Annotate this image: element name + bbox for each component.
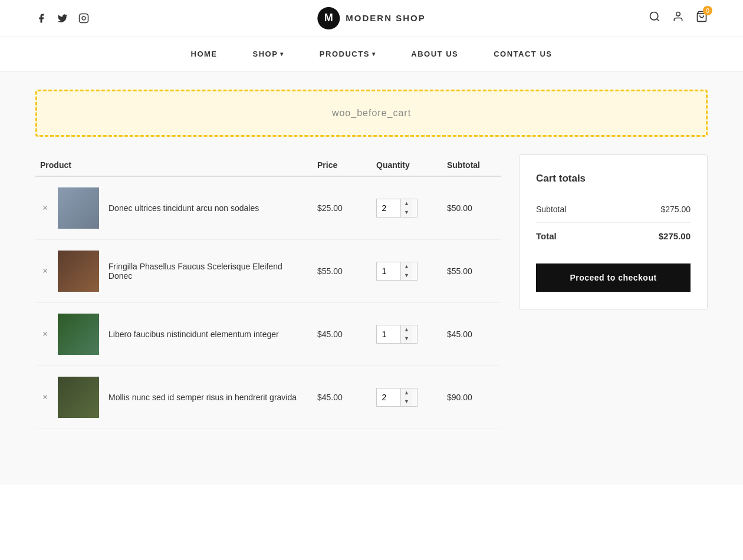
facebook-icon[interactable] — [35, 12, 47, 24]
logo-icon: M — [317, 7, 340, 29]
header: M MODERN SHOP 0 — [0, 0, 743, 37]
table-row: × Libero faucibus nistincidunt elementum… — [35, 303, 501, 366]
qty-down-button[interactable]: ▼ — [401, 208, 412, 217]
col-price: Price — [313, 154, 372, 176]
svg-line-3 — [657, 19, 659, 21]
table-row: × Mollis nunc sed id semper risus in hen… — [35, 366, 501, 429]
quantity-input[interactable] — [377, 200, 400, 216]
remove-item-button[interactable]: × — [40, 329, 50, 340]
product-name: Fringilla Phasellus Faucus Scelerisque E… — [109, 262, 308, 281]
table-row: × Fringilla Phasellus Faucus Scelerisque… — [35, 240, 501, 303]
svg-point-2 — [650, 12, 658, 20]
product-name: Donec ultrices tincidunt arcu non sodale… — [109, 203, 259, 213]
product-price: $55.00 — [313, 240, 372, 303]
search-icon[interactable] — [649, 11, 660, 25]
instagram-icon[interactable] — [78, 12, 90, 24]
remove-item-button[interactable]: × — [40, 392, 50, 403]
svg-point-4 — [676, 12, 680, 17]
product-price: $25.00 — [313, 176, 372, 240]
cart-sidebar: Cart totals Subtotal $275.00 Total $275.… — [519, 154, 708, 429]
navigation: HOME SHOP ▾ PRODUCTS ▾ ABOUT US CONTACT … — [0, 37, 743, 72]
account-icon[interactable] — [672, 11, 684, 25]
twitter-icon[interactable] — [57, 12, 68, 24]
qty-down-button[interactable]: ▼ — [401, 397, 412, 406]
total-label: Total — [536, 231, 557, 241]
qty-down-button[interactable]: ▼ — [401, 271, 412, 280]
product-image — [58, 314, 99, 355]
col-quantity: Quantity — [372, 154, 442, 176]
cart-table-section: Product Price Quantity Subtotal — [35, 154, 501, 429]
logo-text: MODERN SHOP — [346, 13, 425, 23]
qty-up-button[interactable]: ▲ — [401, 262, 412, 271]
quantity-input[interactable] — [377, 389, 400, 406]
product-image — [58, 377, 99, 418]
subtotal-label: Subtotal — [536, 205, 566, 214]
quantity-stepper: ▲ ▼ — [376, 388, 417, 407]
cart-icon[interactable]: 0 — [696, 11, 708, 25]
product-cell: Libero faucibus nistincidunt elementum i… — [58, 314, 308, 355]
product-image — [58, 251, 99, 292]
subtotal-value: $275.00 — [660, 205, 691, 214]
product-cell: Fringilla Phasellus Faucus Scelerisque E… — [58, 251, 308, 292]
chevron-down-icon: ▾ — [280, 51, 284, 57]
nav-shop[interactable]: SHOP ▾ — [253, 50, 284, 58]
remove-item-button[interactable]: × — [40, 203, 50, 213]
cart-totals-title: Cart totals — [536, 173, 691, 185]
svg-rect-0 — [80, 14, 88, 22]
quantity-input[interactable] — [377, 263, 400, 279]
remove-item-button[interactable]: × — [40, 266, 50, 276]
chevron-down-icon: ▾ — [372, 51, 376, 57]
woo-before-cart-banner: woo_before_cart — [35, 90, 708, 137]
quantity-input[interactable] — [377, 326, 400, 342]
cart-badge: 0 — [703, 6, 712, 15]
cart-layout: Product Price Quantity Subtotal — [35, 154, 708, 429]
logo[interactable]: M MODERN SHOP — [317, 7, 425, 29]
quantity-stepper: ▲ ▼ — [376, 199, 417, 218]
nav-about[interactable]: ABOUT US — [411, 50, 458, 58]
total-value: $275.00 — [659, 231, 691, 241]
cart-totals: Cart totals Subtotal $275.00 Total $275.… — [519, 154, 708, 310]
product-name: Libero faucibus nistincidunt elementum i… — [109, 330, 279, 339]
qty-down-button[interactable]: ▼ — [401, 334, 412, 343]
product-name: Mollis nunc sed id semper risus in hendr… — [109, 393, 297, 402]
qty-up-button[interactable]: ▲ — [401, 325, 412, 334]
col-subtotal: Subtotal — [442, 154, 501, 176]
cart-table: Product Price Quantity Subtotal — [35, 154, 501, 429]
checkout-button[interactable]: Proceed to checkout — [536, 263, 691, 292]
product-subtotal: $55.00 — [442, 240, 501, 303]
quantity-stepper: ▲ ▼ — [376, 325, 417, 344]
quantity-stepper: ▲ ▼ — [376, 262, 417, 281]
product-cell: Mollis nunc sed id semper risus in hendr… — [58, 377, 308, 418]
product-subtotal: $90.00 — [442, 366, 501, 429]
nav-contact[interactable]: CONTACT US — [494, 50, 552, 58]
product-price: $45.00 — [313, 303, 372, 366]
qty-up-button[interactable]: ▲ — [401, 388, 412, 397]
product-subtotal: $50.00 — [442, 176, 501, 240]
col-product: Product — [35, 154, 313, 176]
product-price: $45.00 — [313, 366, 372, 429]
table-row: × Donec ultrices tincidunt arcu non soda… — [35, 176, 501, 240]
social-icons — [35, 12, 90, 24]
total-row: Total $275.00 — [536, 223, 691, 249]
nav-products[interactable]: PRODUCTS ▾ — [320, 50, 376, 58]
header-actions: 0 — [649, 11, 708, 25]
main-content: woo_before_cart Product Price Quantity — [0, 72, 743, 485]
qty-up-button[interactable]: ▲ — [401, 199, 412, 208]
product-image — [58, 187, 99, 229]
product-cell: Donec ultrices tincidunt arcu non sodale… — [58, 187, 308, 229]
product-subtotal: $45.00 — [442, 303, 501, 366]
subtotal-row: Subtotal $275.00 — [536, 196, 691, 223]
nav-home[interactable]: HOME — [191, 50, 218, 58]
